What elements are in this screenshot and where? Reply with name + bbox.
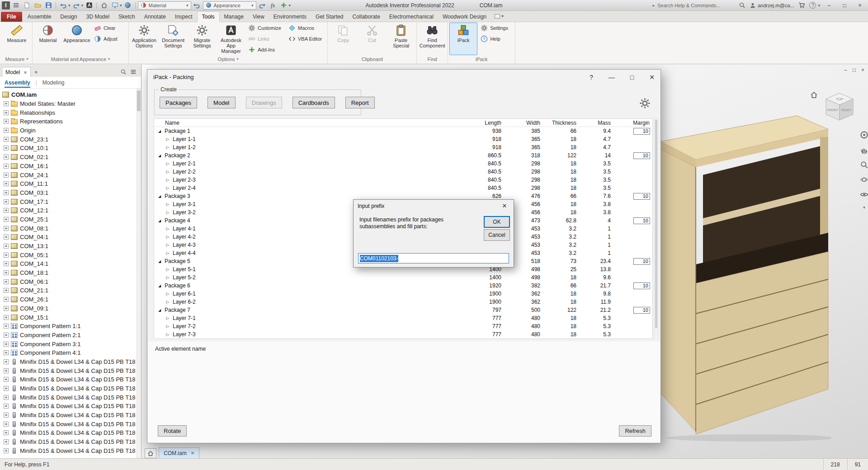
expand-plus-icon[interactable] [4,235,9,240]
browser-tree-item[interactable]: Minifix D15 & Dowel L34 & Cap D15 PB T18… [0,384,141,393]
doc-minimize-button[interactable]: – [844,67,847,73]
row-expander-icon[interactable] [157,259,162,263]
search-icon[interactable] [737,1,747,10]
browser-tree-item[interactable]: Minifix D15 & Dowel L34 & Cap D15 PB T18… [0,411,141,420]
ribbon-button[interactable]: Copy [329,23,357,55]
ribbon-button[interactable]: Customize [246,23,285,33]
expand-plus-icon[interactable] [4,404,9,409]
look-at-icon[interactable] [860,190,868,199]
browser-tree-item[interactable]: Component Pattern 4:1 [0,348,141,357]
browser-scrollbar[interactable] [137,89,141,458]
margin-input[interactable]: 10 [633,307,650,314]
material-refresh-icon[interactable] [192,1,202,10]
browser-tree-item[interactable]: COM_04:1 [0,233,141,242]
subtab-assembly[interactable]: Assembly [5,78,30,88]
document-tab[interactable]: COM.iam ✕ [159,447,199,458]
pan-icon[interactable] [860,146,868,154]
home-view-icon[interactable] [99,1,109,10]
ribbon-tab[interactable]: Woodwork Design [438,12,491,22]
expand-plus-icon[interactable] [4,448,9,453]
row-expander-icon[interactable] [165,300,170,304]
row-expander-icon[interactable] [157,194,162,198]
browser-tree-item[interactable]: COM_09:1 [0,304,141,313]
row-expander-icon[interactable] [165,332,170,337]
prefix-text-input[interactable]: COM01102103- [358,253,509,263]
browser-tree-item[interactable]: Minifix D15 & Dowel L34 & Cap D15 PB T18… [0,446,141,456]
close-icon[interactable]: ✕ [191,451,194,456]
viewcube-home-icon[interactable] [810,91,818,99]
browser-tree-item[interactable]: Representations [0,117,141,126]
row-expander-icon[interactable] [165,226,170,231]
browser-tree-item[interactable]: COM.iam [0,90,141,99]
browser-tree-item[interactable]: Minifix D15 & Dowel L34 & Cap D15 PB T18… [0,402,141,411]
browser-tree-item[interactable]: Component Pattern 2:1 [0,331,141,340]
row-expander-icon[interactable] [165,235,170,239]
expand-plus-icon[interactable] [4,173,9,178]
table-row[interactable]: Package 6 1920 382 66 21.7 10 [154,282,652,290]
ribbon-tab[interactable]: Get Started [311,12,348,22]
ribbon-group-footer[interactable]: Options ▾ [130,55,326,63]
expand-plus-icon[interactable] [4,199,9,204]
dialog-maximize-button[interactable]: □ [630,74,634,81]
expand-plus-icon[interactable] [4,244,9,249]
expand-plus-icon[interactable] [4,253,9,258]
create-button[interactable]: Report [345,97,375,108]
browser-tree-item[interactable]: COM_08:1 [0,224,141,233]
browser-tree-item[interactable]: COM_18:1 [0,268,141,277]
browser-tree-item[interactable]: Minifix D15 & Dowel L34 & Cap D15 PB T18… [0,393,141,402]
window-close-button[interactable]: × [854,1,866,10]
ok-button[interactable]: OK [484,216,510,228]
table-row[interactable]: Package 2 860.5 318 122 14 10 [154,151,652,160]
fx-icon[interactable]: fx [268,1,278,10]
expand-plus-icon[interactable] [4,119,9,124]
table-row[interactable]: Layer 7-1 777 480 18 5.3 [154,314,652,322]
browser-tree-item[interactable]: COM_24:1 [0,170,141,179]
appearance-refresh-icon[interactable] [257,1,267,10]
subtab-modeling[interactable]: Modeling [42,80,65,86]
row-expander-icon[interactable] [157,308,162,312]
table-row[interactable]: Layer 1-2 918 365 18 4.7 [154,143,652,151]
column-header-thickness[interactable]: Thickness [543,120,579,126]
chevron-down-icon[interactable]: ▾ [81,3,84,8]
column-header-width[interactable]: Width [504,120,543,126]
ribbon-button[interactable]: Add-Ins [246,44,285,55]
ribbon-button[interactable]: Clear [92,23,127,33]
margin-input[interactable]: 10 [633,152,650,159]
browser-tree-item[interactable]: COM_14:1 [0,259,141,268]
ribbon-tab[interactable]: Design [56,12,81,22]
create-button[interactable]: Drawings [246,97,282,108]
app-logo-icon[interactable]: I [2,1,10,9]
ribbon-button[interactable]: Macros [286,23,326,33]
expand-plus-icon[interactable] [4,190,9,195]
ribbon-button[interactable]: Links [246,33,285,44]
ribbon-button[interactable]: Migrate Settings [188,23,216,55]
dialog-help-button[interactable]: ? [590,74,593,81]
save-icon[interactable] [43,1,53,10]
browser-tree-item[interactable]: Origin [0,126,141,135]
margin-input[interactable]: 10 [633,282,650,289]
close-icon[interactable]: ✕ [24,70,27,75]
dialog-close-button[interactable]: ✕ [649,74,655,81]
browser-tree-item[interactable]: Minifix D15 & Dowel L34 & Cap D15 PB T18… [0,375,141,384]
expand-plus-icon[interactable] [4,413,9,418]
table-row[interactable]: Layer 2-4 840.5 298 18 3.5 [154,184,652,192]
row-expander-icon[interactable] [165,324,170,329]
expand-plus-icon[interactable] [4,208,9,213]
browser-tree-item[interactable]: COM_10:1 [0,144,141,153]
expand-plus-icon[interactable] [4,359,9,364]
row-expander-icon[interactable] [165,161,170,166]
ribbon-button[interactable]: Autodesk App Manager [217,23,245,55]
row-expander-icon[interactable] [165,267,170,272]
expand-plus-icon[interactable] [4,422,9,427]
row-expander-icon[interactable] [157,284,162,288]
create-button[interactable]: Packages [160,97,197,108]
appmanager-icon[interactable] [84,1,94,10]
create-button[interactable]: Model [208,97,235,108]
ribbon-button[interactable]: Measure [3,23,31,55]
browser-search-icon[interactable] [120,69,127,75]
rotate-button[interactable]: Rotate [158,425,187,437]
cart-icon[interactable] [797,1,807,10]
undo-icon[interactable] [58,1,68,10]
ribbon-tab[interactable]: 3D Model [82,12,114,22]
browser-tab-model[interactable]: Model ✕ [2,67,31,77]
